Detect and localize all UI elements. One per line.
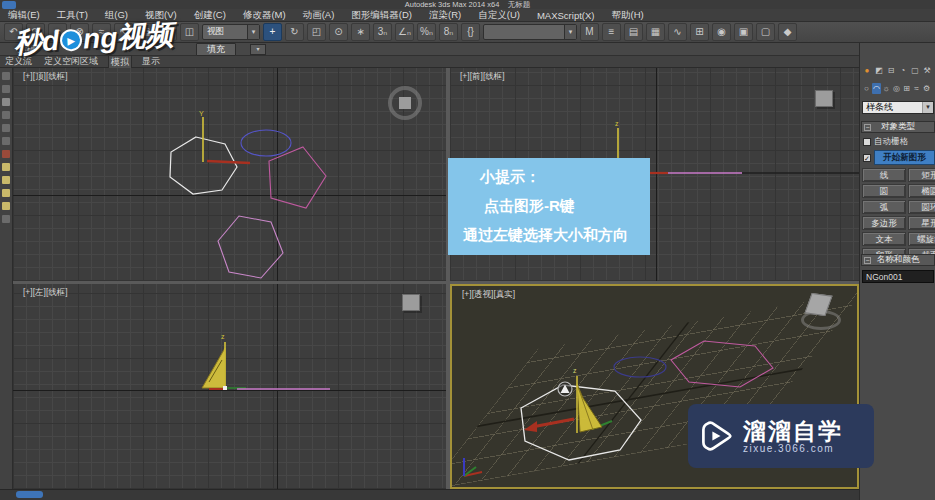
svg-text:z: z	[221, 333, 225, 340]
line-button[interactable]: 线	[862, 168, 906, 182]
top-view-shapes: Y	[13, 68, 446, 281]
rectangle-button[interactable]: 矩形	[908, 168, 935, 182]
ribbon-minimize-toggle[interactable]: ▾	[250, 44, 266, 55]
ribbon-tab-populate[interactable]: 填充	[196, 43, 236, 56]
star-button[interactable]: 星形	[908, 216, 935, 230]
menu-rendering[interactable]: 渲染(R)	[429, 9, 461, 22]
play-icon: ▶	[60, 29, 83, 52]
viewport-perspective-label[interactable]: [+][透视][真实]	[462, 289, 515, 301]
watermark-title: 溜溜自学	[743, 419, 843, 443]
shapes-category-icon[interactable]: ◠	[872, 83, 881, 94]
menu-edit[interactable]: 编辑(E)	[8, 9, 40, 22]
align-icon[interactable]: ≡	[602, 23, 621, 41]
left-toolbar-icon[interactable]	[2, 124, 10, 132]
viewcube[interactable]	[815, 90, 833, 107]
lights-category-icon[interactable]: ☼	[882, 83, 891, 94]
edit-named-selections-icon[interactable]: {}	[461, 23, 480, 41]
time-slider-chip[interactable]	[16, 491, 43, 498]
tab-display[interactable]: 显示	[140, 55, 162, 68]
viewport-left-label[interactable]: [+][左][线框]	[23, 287, 68, 299]
ellipse-button[interactable]: 椭圆	[908, 184, 935, 198]
autogrid-checkbox[interactable]	[863, 138, 871, 146]
percent-snap-icon[interactable]: %ₙ	[417, 23, 436, 41]
display-tab-icon[interactable]: ▢	[910, 65, 920, 76]
donut-button[interactable]: 圆环	[908, 200, 935, 214]
left-toolbar-strip[interactable]	[0, 68, 13, 489]
spacewarps-category-icon[interactable]: ≈	[912, 83, 921, 94]
menu-modifiers[interactable]: 修改器(M)	[243, 9, 286, 22]
start-new-shape-button[interactable]: 开始新图形	[874, 150, 935, 165]
utilities-tab-icon[interactable]: ⚒	[922, 65, 932, 76]
left-toolbar-icon[interactable]	[2, 163, 10, 171]
toolbar-mid-icons: +↻◰⊙∗3ₙ∠ₙ%ₙ8ₙ{}	[263, 23, 480, 41]
layer-manager-icon[interactable]: ▤	[624, 23, 643, 41]
menu-maxscript[interactable]: MAXScript(X)	[537, 10, 595, 21]
viewport-left[interactable]: [+][左][线框] z	[13, 284, 446, 489]
hierarchy-tab-icon[interactable]: ⊟	[886, 65, 896, 76]
named-selection-combo[interactable]: ▾	[483, 24, 577, 40]
shape-type-dropdown[interactable]: 样条线 ▼	[862, 101, 934, 114]
left-toolbar-icon[interactable]	[2, 111, 10, 119]
viewport-front-label[interactable]: [+][前][线框]	[460, 71, 505, 83]
motion-tab-icon[interactable]: ◔	[898, 65, 908, 76]
select-and-manipulate-icon[interactable]: ∗	[351, 23, 370, 41]
use-pivot-center-icon[interactable]: ⊙	[329, 23, 348, 41]
menu-help[interactable]: 帮助(H)	[611, 9, 643, 22]
object-type-rollout[interactable]: − 对象类型	[861, 121, 935, 133]
start-new-shape-checkbox[interactable]: ✓	[863, 154, 871, 162]
name-color-rollout[interactable]: − 名称和颜色	[861, 254, 935, 266]
svg-text:z: z	[573, 367, 577, 374]
svg-text:z: z	[615, 120, 619, 127]
modify-tab-icon[interactable]: ◩	[874, 65, 884, 76]
chevron-down-icon: ▼	[922, 102, 933, 113]
viewport-top[interactable]: [+][顶][线框] Y	[13, 68, 446, 281]
snap-toggle-3d-icon[interactable]: 3ₙ	[373, 23, 392, 41]
ngon-button[interactable]: 多边形	[862, 216, 906, 230]
select-and-rotate-icon[interactable]: ↻	[285, 23, 304, 41]
render-setup-icon[interactable]: ▣	[734, 23, 753, 41]
object-name-field[interactable]: NGon001	[862, 270, 934, 283]
viewcube[interactable]	[797, 292, 841, 330]
create-tab-icon[interactable]: ●	[862, 65, 872, 76]
material-editor-icon[interactable]: ◉	[712, 23, 731, 41]
arc-button[interactable]: 弧	[862, 200, 906, 214]
text-button[interactable]: 文本	[862, 232, 906, 246]
render-production-icon[interactable]: ◆	[778, 23, 797, 41]
graphite-ribbon-icon[interactable]: ▦	[646, 23, 665, 41]
curve-editor-icon[interactable]: ∿	[668, 23, 687, 41]
menu-animation[interactable]: 动画(A)	[303, 9, 335, 22]
helpers-category-icon[interactable]: ⊞	[902, 83, 911, 94]
spline-buttons: 线矩形圆椭圆弧圆环多边形星形文本螺旋线卵形截面	[862, 168, 935, 262]
left-toolbar-icon[interactable]	[2, 202, 10, 210]
select-and-scale-icon[interactable]: ◰	[307, 23, 326, 41]
viewcube[interactable]	[402, 294, 420, 311]
left-toolbar-icon[interactable]	[2, 150, 10, 158]
menu-graph-editors[interactable]: 图形编辑器(D)	[351, 9, 412, 22]
left-toolbar-icon[interactable]	[2, 215, 10, 223]
helix-button[interactable]: 螺旋线	[908, 232, 935, 246]
mirror-icon[interactable]: M	[580, 23, 599, 41]
angle-snap-icon[interactable]: ∠ₙ	[395, 23, 414, 41]
rendered-frame-icon[interactable]: ▢	[756, 23, 775, 41]
left-toolbar-icon[interactable]	[2, 189, 10, 197]
window-crossing-icon[interactable]: ◫	[180, 23, 199, 41]
spinner-snap-icon[interactable]: 8ₙ	[439, 23, 458, 41]
left-toolbar-icon[interactable]	[2, 85, 10, 93]
menu-create[interactable]: 创建(C)	[194, 9, 226, 22]
select-and-move-icon[interactable]: +	[263, 23, 282, 41]
circle-button[interactable]: 圆	[862, 184, 906, 198]
systems-category-icon[interactable]: ⚙	[922, 83, 931, 94]
reference-coordinate-combo[interactable]: 视图 ▾	[202, 24, 260, 40]
geometry-category-icon[interactable]: ○	[862, 83, 871, 94]
left-toolbar-icon[interactable]	[2, 72, 10, 80]
cameras-category-icon[interactable]: ◎	[892, 83, 901, 94]
start-new-shape-row: ✓ 开始新图形	[863, 150, 935, 165]
viewport-top-label[interactable]: [+][顶][线框]	[23, 71, 68, 83]
left-toolbar-icon[interactable]	[2, 176, 10, 184]
schematic-view-icon[interactable]: ⊞	[690, 23, 709, 41]
menu-customize[interactable]: 自定义(U)	[478, 9, 520, 22]
timeline-bar[interactable]	[0, 489, 859, 500]
viewcube[interactable]	[388, 86, 422, 120]
left-toolbar-icon[interactable]	[2, 98, 10, 106]
left-toolbar-icon[interactable]	[2, 137, 10, 145]
